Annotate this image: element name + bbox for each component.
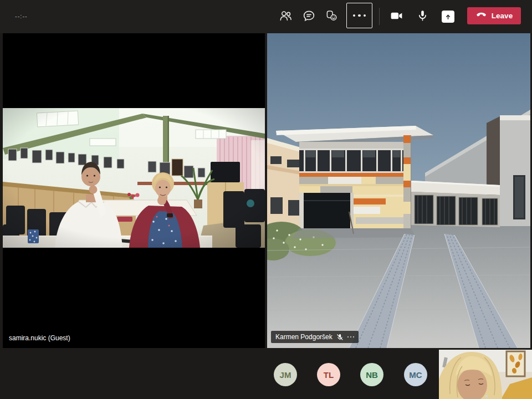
chat-button[interactable] [298,4,320,27]
ellipsis-icon [353,14,356,17]
video-tile-share[interactable]: Karmen Podgoršek [267,33,530,348]
participant-avatar[interactable]: MC [404,363,427,386]
call-topbar: --:-- [0,0,532,33]
remote-video-classroom-scene [3,108,265,248]
shared-building-render [267,33,530,348]
video-tile-remote[interactable]: samira.nukic (Guest) [3,33,265,348]
participants-strip: JM TL NB MC [0,348,532,399]
participants-button[interactable] [274,4,296,27]
reactions-button[interactable] [320,4,342,27]
tile-more-options-button[interactable] [347,336,354,337]
share-button[interactable] [442,11,454,23]
leave-button[interactable]: Leave [467,7,521,24]
camera-icon [390,9,403,23]
camera-toggle-button[interactable] [385,4,407,27]
remote-participant-name: samira.nukic (Guest) [9,334,70,342]
more-actions-button[interactable] [346,3,372,28]
self-view-scene [439,350,532,399]
call-timer: --:-- [15,13,28,19]
avatar-initials: MC [409,370,422,380]
participant-avatar[interactable]: NB [360,363,383,386]
reactions-icon [325,9,339,23]
teams-call-window: --:-- [0,0,532,399]
share-icon [444,13,452,21]
mic-toggle-button[interactable] [411,4,433,27]
participant-avatar[interactable]: TL [317,363,340,386]
share-participant-name: Karmen Podgoršek [275,333,332,341]
phone-hangup-icon [475,10,487,22]
avatar-initials: NB [366,370,378,380]
mic-off-icon [336,334,344,341]
self-view-video[interactable] [439,350,532,399]
chat-icon [302,9,316,23]
participant-avatar[interactable]: JM [274,363,297,386]
toolbar-divider [379,8,380,25]
mic-icon [416,9,429,23]
ellipsis-icon [347,336,349,337]
avatar-initials: JM [280,370,291,380]
leave-button-label: Leave [492,12,513,20]
avatar-initials: TL [324,370,334,380]
participant-name-chip: Karmen Podgoršek [271,331,359,343]
people-icon [279,9,293,23]
